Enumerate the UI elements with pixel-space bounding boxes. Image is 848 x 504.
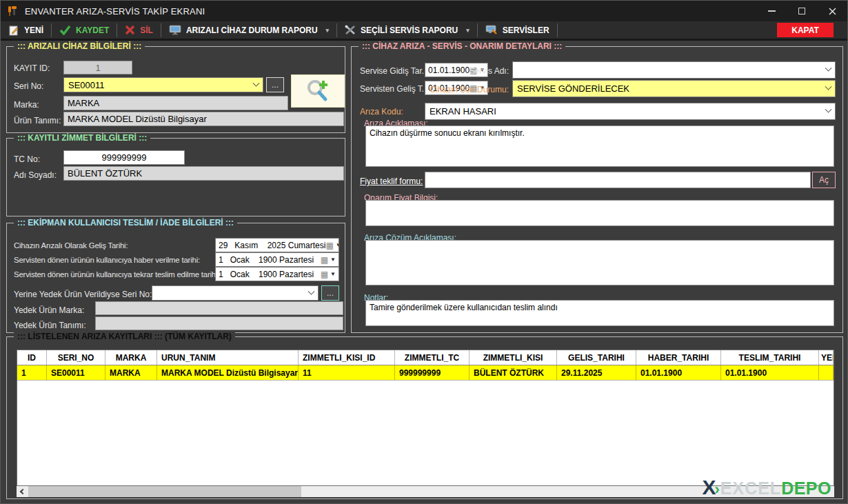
servis-adi-combobox[interactable] [512,61,836,79]
sil-button[interactable]: SİL [117,21,161,39]
calendar-icon: ▦ [321,270,328,279]
kapat-button[interactable]: KAPAT [777,23,834,37]
marka-field: MARKA [63,96,288,110]
seri-no-combobox[interactable]: SE00011 [63,77,263,92]
chevron-down-icon [825,65,832,72]
chevron-down-icon [825,83,832,90]
group-title: ::: EKİPMAN KULLANICISI TESLİM / İADE Bİ… [14,218,237,228]
group-zimmet: ::: KAYITLI ZİMMET BİLGİLERİ ::: TC No: … [6,138,345,216]
datepicker-arrow-icon: ▼ [336,242,339,248]
group-teslim-iade: ::: EKİPMAN KULLANICISI TESLİM / İADE Bİ… [6,223,345,333]
grid-cell: 29.11.2025 [557,365,636,380]
grid-selected-row[interactable]: 1 SE00011 MARKA MARKA MODEL Dizüstü Bilg… [17,365,834,381]
adi-soyadi-field: BÜLENT ÖZTÜRK [63,166,344,181]
grid-header-cell[interactable]: HABER_TARIHI [636,350,721,365]
window-title: ENVANTER ARIZA-SERVİS TAKİP EKRANI [25,6,205,17]
son-durum-value: SERVİSE GÖNDERİLECEK [517,83,629,94]
haber-tarihi-datepicker[interactable]: 1 Ocak 1900 Pazartesi ▦ ▼ [215,252,339,267]
son-durum-combobox[interactable]: SERVİSE GÖNDERİLECEK [512,80,836,97]
grid-header-cell[interactable]: ZIMMETLI_KISI_ID [299,350,395,365]
urun-tanimi-label: Ürün Tanımı: [14,116,61,125]
app-tools-icon [6,5,19,17]
gelis-tarihi-datepicker[interactable]: 29 Kasım 2025 Cumartesi ▦ ▼ [215,238,339,252]
monitor-icon [169,25,181,35]
urun-tanimi-field: MARKA MODEL Dizüstü Bilgisayar [63,112,344,126]
maximize-button[interactable] [787,1,817,21]
watermark-arrow-icon: › [714,482,719,497]
grid-header-cell[interactable]: GELIS_TARIHI [557,350,636,365]
gelis-tarihi-label: Cihazın Arızalı Olarak Geliş Tarihi: [14,241,128,250]
grid-cell: MARKA [105,365,157,380]
ac-button[interactable]: Aç [812,172,836,188]
yedek-seri-combobox[interactable] [152,285,319,301]
close-button[interactable] [817,1,847,21]
yedek-seri-label: Yerine Yedek Ürün Verildiyse Seri No: [14,290,152,299]
minimize-icon [768,10,776,12]
ariza-aciklama-textarea[interactable]: Cihazın düşürme sonucu ekranı kırılmıştı… [365,125,834,167]
servis-raporu-button[interactable]: SEÇİLİ SERVİS RAPORU ▾ [337,21,477,39]
grid-cell [819,365,834,380]
grid-cell: 999999999 [395,365,470,380]
yedek-seri-browse-button[interactable]: ... [321,285,339,301]
grid-cell: 11 [299,365,395,380]
durum-raporu-label: ARIZALI CİHAZ DURUM RAPORU [186,26,318,35]
scrollbar-left-button[interactable] [17,486,28,497]
grid-header-cell[interactable]: ZIMMETLI_KISI [470,350,557,365]
teslim-tarihi-label: Servisten dönen ürünün kullanıcıya tekra… [14,270,219,279]
onarim-fiyat-textarea[interactable] [365,200,834,226]
calendar-icon: ▦ [325,241,333,250]
chevron-down-icon [308,288,315,294]
minimize-button[interactable] [756,1,787,21]
son-durum-label: Cihazın Son Durumu: [414,85,509,94]
yeni-label: YENİ [24,26,43,35]
search-device-button[interactable] [291,74,345,108]
sil-label: SİL [140,26,153,35]
calendar-icon: ▦ [321,256,328,264]
cozum-textarea[interactable] [365,240,834,285]
kaydet-button[interactable]: KAYDET [52,21,117,39]
datepicker-arrow-icon: ▼ [330,271,336,277]
dropdown-arrow-icon: ▾ [326,27,330,34]
seri-no-label: Seri No: [14,81,43,91]
adi-soyadi-label: Adı Soyadı: [14,170,57,180]
close-icon [829,8,836,15]
durum-raporu-button[interactable]: ARIZALI CİHAZ DURUM RAPORU ▾ [161,21,336,39]
tc-no-field[interactable]: 999999999 [63,150,185,165]
servis-adi-label: Servis Adı: [414,66,509,76]
window-controls [756,1,847,21]
ariza-kodu-combobox[interactable]: EKRAN HASARI [425,103,836,120]
watermark-excel: EXCEL [720,480,781,497]
crossed-tools-icon [345,25,356,35]
teslim-tarihi-datepicker[interactable]: 1 Ocak 1900 Pazartesi ▦ ▼ [215,267,339,281]
grid-header-cell[interactable]: YEDI [819,350,834,365]
titlebar: ENVANTER ARIZA-SERVİS TAKİP EKRANI [1,1,847,21]
grid-header-cell[interactable]: ZIMMETLI_TC [395,350,470,365]
grid-header-cell[interactable]: URUN_TANIM [157,350,299,365]
servis-raporu-label: SEÇİLİ SERVİS RAPORU [361,26,458,35]
grid-cell: 01.01.1900 [636,365,721,380]
grid-header-cell[interactable]: MARKA [105,350,157,365]
scrollbar-thumb[interactable] [28,486,301,497]
group-arizali-cihaz: ::: ARIZALI CİHAZ BİLGİLERİ ::: KAYIT ID… [6,46,345,133]
fiyat-teklif-link[interactable]: Fiyat teklif formu: [360,177,423,186]
yedek-tanim-field [95,316,343,330]
group-title: ::: ARIZALI CİHAZ BİLGİLERİ ::: [14,41,145,51]
group-title: ::: CİHAZ ARIZA - SERVİS - ONARIM DETAYL… [359,41,565,51]
chevron-left-icon [19,489,25,494]
haber-tarihi-label: Servisten dönen ürünün kullanıcıya haber… [14,256,200,264]
notlar-textarea[interactable]: Tamire gönderilmek üzere kullanıcıdan te… [365,300,834,326]
group-title: ::: LİSTELENEN ARIZA KAYITLARI ::: (TÜM … [14,332,235,341]
yeni-button[interactable]: YENİ [1,21,51,39]
watermark-depo: DEPO [781,480,831,497]
marka-label: Marka: [14,100,39,110]
servisler-label: SERVİSLER [503,26,549,35]
seri-no-browse-button[interactable]: ... [266,77,284,92]
grid-header-cell[interactable]: SERI_NO [47,350,105,365]
fiyat-teklif-field[interactable] [425,172,811,188]
kayit-id-label: KAYIT ID: [14,63,50,73]
chevron-down-icon [253,79,260,86]
grid-header-cell[interactable]: ID [17,350,47,365]
grid-cell: BÜLENT ÖZTÜRK [470,365,557,380]
servisler-button[interactable]: SERVİSLER [478,21,557,39]
grid-header-cell[interactable]: TESLIM_TARIHI [721,350,819,365]
